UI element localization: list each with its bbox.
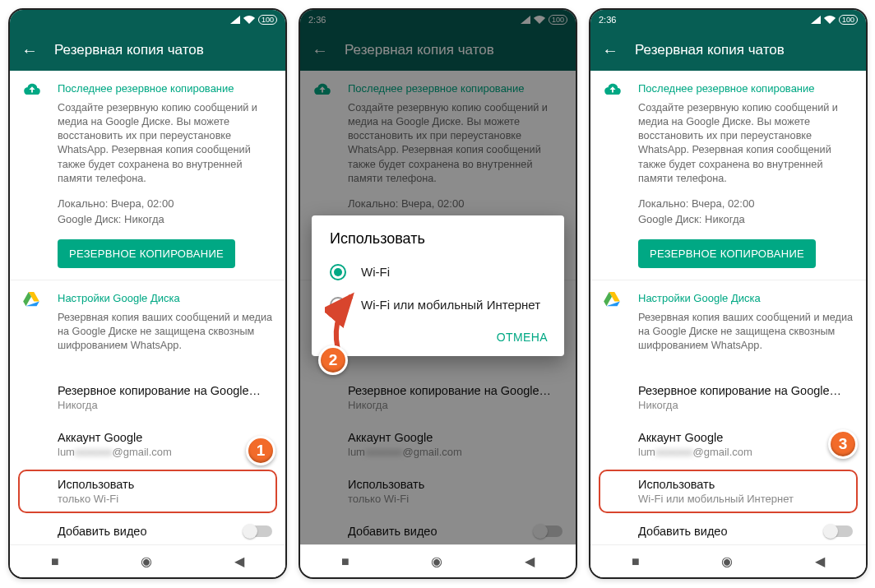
recent-apps-icon[interactable]: ■ <box>632 554 640 569</box>
backup-to-google-item[interactable]: Резервное копирование на Google… Никогда <box>590 374 866 421</box>
home-icon[interactable]: ◉ <box>431 553 442 569</box>
google-account-item[interactable]: Аккаунт Google lumxxxxxxx@gmail.com <box>590 421 866 468</box>
google-drive-icon <box>23 292 39 307</box>
gdrive-section-desc: Резервная копия ваших сообщений и медиа … <box>58 311 274 353</box>
google-account-item[interactable]: Аккаунт Google lumxxxxxxx@gmail.com <box>10 421 285 468</box>
annotation-badge-1: 1 <box>246 436 275 465</box>
item-secondary: только Wi-Fi <box>58 493 269 505</box>
dialog-cancel-button[interactable]: ОТМЕНА <box>497 331 548 344</box>
radio-label: Wi-Fi <box>361 265 390 280</box>
back-arrow-icon[interactable]: ← <box>602 41 618 60</box>
gdrive-section: Настройки Google Диска Резервная копия в… <box>590 280 866 374</box>
phone-screenshot-3: 2:36 100 ← Резервная копия чатов Последн… <box>589 8 868 579</box>
gdrive-section: Настройки Google Диска Резервная копия в… <box>10 280 285 374</box>
item-secondary: lumxxxxxxx@gmail.com <box>58 446 274 458</box>
toggle-switch[interactable] <box>825 525 853 537</box>
home-icon[interactable]: ◉ <box>141 553 152 569</box>
phone-screenshot-2: 2:36 100 ← Резервная копия чатов Последн… <box>299 8 577 579</box>
backup-section-title: Последнее резервное копирование <box>58 82 274 95</box>
backup-local-info: Локально: Вчера, 02:00 <box>58 196 274 212</box>
back-icon[interactable]: ◀ <box>234 553 244 569</box>
home-icon[interactable]: ◉ <box>721 553 733 569</box>
back-arrow-icon[interactable]: ← <box>21 41 38 60</box>
cloud-upload-icon <box>604 82 622 95</box>
radio-checked-icon <box>330 264 346 280</box>
content-area: Последнее резервное копирование Создайте… <box>10 71 285 548</box>
option-wifi[interactable]: Wi-Fi <box>312 256 564 289</box>
recent-apps-icon[interactable]: ■ <box>51 554 59 569</box>
annotation-badge-2: 2 <box>318 345 348 375</box>
backup-now-button[interactable]: РЕЗЕРВНОЕ КОПИРОВАНИЕ <box>638 239 816 268</box>
network-use-item[interactable]: Использовать только Wi-Fi <box>18 470 277 513</box>
item-secondary: Никогда <box>58 399 274 411</box>
status-bar: 2:36 100 <box>590 10 866 30</box>
item-primary: Добавить видео <box>58 525 147 538</box>
cloud-upload-icon <box>23 82 41 95</box>
status-time: 2:36 <box>599 15 616 25</box>
item-primary: Аккаунт Google <box>58 431 274 444</box>
android-nav-bar: ■ ◉ ◀ <box>590 544 866 577</box>
add-video-item[interactable]: Добавить видео <box>10 515 285 548</box>
page-title: Резервная копия чатов <box>635 42 785 58</box>
gdrive-section-title: Настройки Google Диска <box>58 292 274 304</box>
phone-screenshot-1: 100 ← Резервная копия чатов Последнее ре… <box>8 8 287 579</box>
backup-gdrive-info: Google Диск: Никогда <box>58 211 274 228</box>
status-icons: 100 <box>230 15 277 25</box>
item-primary: Использовать <box>58 478 269 491</box>
toggle-switch[interactable] <box>244 525 272 537</box>
android-nav-bar: ■ ◉ ◀ <box>10 544 285 577</box>
android-nav-bar: ■ ◉ ◀ <box>300 544 576 577</box>
google-drive-icon <box>604 292 620 307</box>
backup-section: Последнее резервное копирование Создайте… <box>590 71 866 280</box>
item-primary: Резервное копирование на Google… <box>58 384 274 397</box>
dialog-title: Использовать <box>312 230 564 256</box>
recent-apps-icon[interactable]: ■ <box>341 554 350 569</box>
add-video-item[interactable]: Добавить видео <box>590 515 866 548</box>
app-bar: ← Резервная копия чатов <box>590 30 866 71</box>
network-use-item[interactable]: Использовать Wi-Fi или мобильный Интерне… <box>599 470 858 513</box>
app-bar: ← Резервная копия чатов <box>10 30 285 71</box>
content-area: Последнее резервное копирование Создайте… <box>590 71 866 548</box>
page-title: Резервная копия чатов <box>54 42 204 58</box>
backup-now-button[interactable]: РЕЗЕРВНОЕ КОПИРОВАНИЕ <box>58 239 235 268</box>
status-bar: 100 <box>10 10 285 30</box>
backup-section-desc: Создайте резервную копию сообщений и мед… <box>58 101 274 186</box>
backup-to-google-item[interactable]: Резервное копирование на Google… Никогда <box>10 374 285 421</box>
status-icons: 100 <box>811 15 858 25</box>
annotation-badge-3: 3 <box>828 429 858 459</box>
back-icon[interactable]: ◀ <box>525 553 535 569</box>
back-icon[interactable]: ◀ <box>815 553 825 569</box>
backup-section: Последнее резервное копирование Создайте… <box>10 71 285 280</box>
